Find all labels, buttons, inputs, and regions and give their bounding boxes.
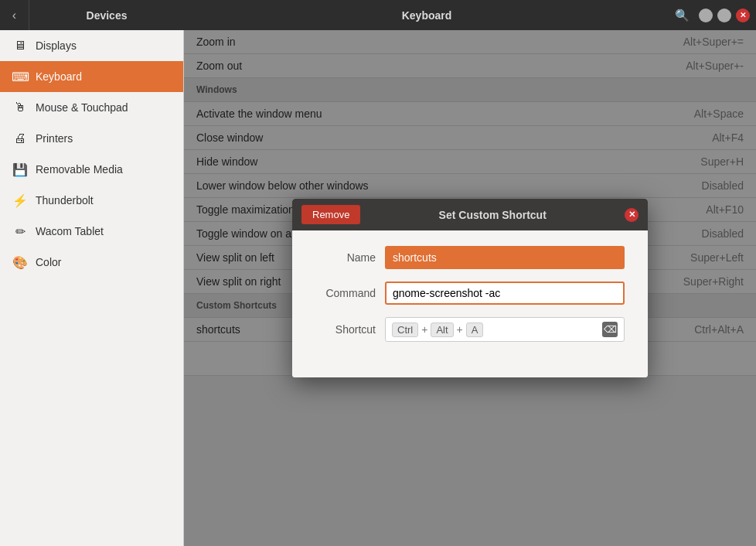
sidebar-item-displays[interactable]: 🖥 Displays bbox=[0, 30, 183, 61]
printers-icon: 🖨 bbox=[12, 131, 28, 146]
shortcut-keys-display: Ctrl + Alt + A bbox=[392, 322, 602, 337]
remove-button[interactable]: Remove bbox=[301, 205, 360, 224]
name-label: Name bbox=[315, 251, 385, 264]
name-input[interactable] bbox=[385, 246, 625, 269]
sidebar-item-printers[interactable]: 🖨 Printers bbox=[0, 123, 183, 154]
mouse-icon: 🖱 bbox=[12, 100, 28, 115]
minimize-button[interactable] bbox=[699, 9, 713, 22]
devices-title: Devices bbox=[29, 9, 184, 22]
sidebar: 🖥 Displays ⌨ Keyboard 🖱 Mouse & Touchpad… bbox=[0, 30, 184, 546]
shortcut-field[interactable]: Ctrl + Alt + A ⌫ bbox=[385, 317, 625, 342]
command-field-row: Command bbox=[315, 282, 625, 305]
set-custom-shortcut-modal: Remove Set Custom Shortcut ✕ Name Comman… bbox=[292, 199, 648, 377]
plus-1: + bbox=[421, 323, 427, 336]
modal-titlebar: Remove Set Custom Shortcut ✕ bbox=[292, 199, 648, 230]
color-icon: 🎨 bbox=[12, 254, 28, 270]
content-area: Zoom in Alt+Super+= Zoom out Alt+Super+-… bbox=[184, 30, 756, 546]
removable-icon: 💾 bbox=[12, 162, 28, 177]
sidebar-label-keyboard: Keyboard bbox=[36, 70, 82, 83]
back-button[interactable]: ‹ bbox=[0, 0, 29, 30]
modal-body: Name Command Shortcut Ctrl bbox=[292, 230, 648, 377]
shortcut-label: Shortcut bbox=[315, 323, 385, 336]
maximize-button[interactable] bbox=[717, 9, 731, 22]
sidebar-item-color[interactable]: 🎨 Color bbox=[0, 247, 183, 278]
sidebar-label-removable: Removable Media bbox=[36, 163, 123, 176]
modal-overlay: Remove Set Custom Shortcut ✕ Name Comman… bbox=[184, 30, 756, 546]
shortcut-field-row: Shortcut Ctrl + Alt + A ⌫ bbox=[315, 317, 625, 342]
key-ctrl: Ctrl bbox=[392, 322, 418, 337]
search-button[interactable]: 🔍 bbox=[669, 5, 694, 26]
sidebar-label-displays: Displays bbox=[36, 39, 77, 52]
name-field-row: Name bbox=[315, 246, 625, 269]
key-alt: Alt bbox=[431, 322, 453, 337]
back-icon: ‹ bbox=[12, 9, 16, 22]
displays-icon: 🖥 bbox=[12, 38, 28, 53]
sidebar-label-printers: Printers bbox=[36, 132, 73, 145]
backspace-icon: ⌫ bbox=[604, 324, 617, 335]
sidebar-label-wacom: Wacom Tablet bbox=[36, 225, 104, 237]
titlebar: ‹ Devices Keyboard 🔍 ✕ bbox=[0, 0, 756, 30]
sidebar-label-color: Color bbox=[36, 256, 61, 268]
main-layout: 🖥 Displays ⌨ Keyboard 🖱 Mouse & Touchpad… bbox=[0, 30, 756, 546]
sidebar-item-removable[interactable]: 💾 Removable Media bbox=[0, 154, 183, 185]
close-button[interactable]: ✕ bbox=[736, 9, 750, 22]
thunderbolt-icon: ⚡ bbox=[12, 193, 28, 208]
wacom-icon: ✏ bbox=[12, 224, 28, 239]
window-controls: 🔍 ✕ bbox=[669, 5, 756, 26]
sidebar-item-thunderbolt[interactable]: ⚡ Thunderbolt bbox=[0, 185, 183, 216]
command-label: Command bbox=[315, 287, 385, 299]
key-a: A bbox=[466, 322, 484, 337]
clear-shortcut-button[interactable]: ⌫ bbox=[602, 322, 618, 337]
keyboard-title: Keyboard bbox=[184, 9, 669, 22]
keyboard-icon: ⌨ bbox=[12, 69, 28, 84]
modal-title: Set Custom Shortcut bbox=[360, 209, 625, 221]
sidebar-item-wacom[interactable]: ✏ Wacom Tablet bbox=[0, 216, 183, 247]
sidebar-label-thunderbolt: Thunderbolt bbox=[36, 194, 94, 206]
command-input[interactable] bbox=[385, 282, 625, 305]
sidebar-item-mouse[interactable]: 🖱 Mouse & Touchpad bbox=[0, 92, 183, 123]
modal-close-button[interactable]: ✕ bbox=[625, 208, 639, 222]
sidebar-item-keyboard[interactable]: ⌨ Keyboard bbox=[0, 61, 183, 92]
plus-2: + bbox=[457, 323, 463, 336]
sidebar-label-mouse: Mouse & Touchpad bbox=[36, 101, 128, 114]
